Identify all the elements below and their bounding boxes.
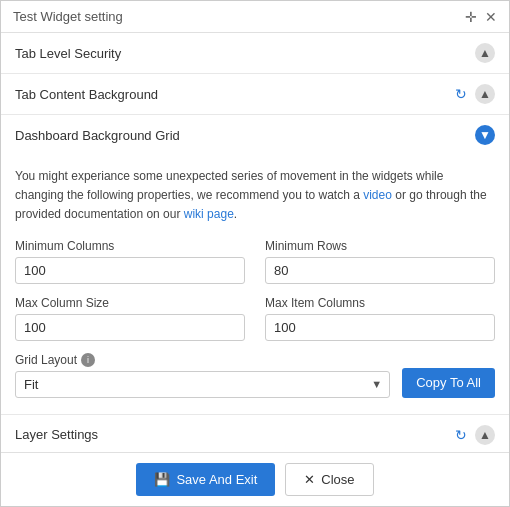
modal-body: Tab Level Security ▲ Tab Content Backgro… xyxy=(1,33,509,452)
layer-settings-chevron[interactable]: ▲ xyxy=(475,425,495,445)
wiki-link[interactable]: wiki page xyxy=(184,207,234,221)
save-and-exit-button[interactable]: 💾 Save And Exit xyxy=(136,463,275,496)
close-label: Close xyxy=(321,472,354,487)
grid-layout-select-wrapper: Fit Fixed Auto ▼ xyxy=(15,371,390,398)
min-columns-label: Minimum Columns xyxy=(15,239,245,253)
max-column-size-group: Max Column Size xyxy=(15,296,245,341)
layer-settings-title: Layer Settings xyxy=(15,427,98,442)
max-item-columns-group: Max Item Columns xyxy=(265,296,495,341)
close-icon[interactable]: ✕ xyxy=(485,10,497,24)
layer-refresh-icon[interactable]: ↻ xyxy=(455,427,467,443)
grid-layout-label: Grid Layout xyxy=(15,353,77,367)
modal: Test Widget setting ✛ ✕ Tab Level Securi… xyxy=(0,0,510,507)
section-layer-settings: Layer Settings ↻ ▲ xyxy=(1,415,509,452)
section-dashboard-background-grid: Dashboard Background Grid ▼ You might ex… xyxy=(1,115,509,415)
tab-level-security-header[interactable]: Tab Level Security ▲ xyxy=(1,33,509,73)
min-columns-group: Minimum Columns xyxy=(15,239,245,284)
refresh-icon[interactable]: ↻ xyxy=(455,86,467,102)
copy-to-all-button[interactable]: Copy To All xyxy=(402,368,495,398)
close-x-icon: ✕ xyxy=(304,472,315,487)
modal-footer: 💾 Save And Exit ✕ Close xyxy=(1,452,509,506)
tab-content-background-title: Tab Content Background xyxy=(15,87,158,102)
fields-grid: Minimum Columns Minimum Rows Max Column … xyxy=(15,239,495,341)
modal-title: Test Widget setting xyxy=(13,9,123,24)
grid-layout-select[interactable]: Fit Fixed Auto xyxy=(15,371,390,398)
tab-level-security-chevron[interactable]: ▲ xyxy=(475,43,495,63)
max-column-size-input[interactable] xyxy=(15,314,245,341)
min-rows-group: Minimum Rows xyxy=(265,239,495,284)
grid-label-row: Grid Layout i xyxy=(15,353,390,367)
info-icon[interactable]: i xyxy=(81,353,95,367)
max-column-size-label: Max Column Size xyxy=(15,296,245,310)
close-button[interactable]: ✕ Close xyxy=(285,463,373,496)
dashboard-background-grid-chevron[interactable]: ▼ xyxy=(475,125,495,145)
layer-settings-header[interactable]: Layer Settings ↻ ▲ xyxy=(1,415,509,452)
section-tab-level-security: Tab Level Security ▲ xyxy=(1,33,509,74)
max-item-columns-label: Max Item Columns xyxy=(265,296,495,310)
min-columns-input[interactable] xyxy=(15,257,245,284)
grid-layout-group: Grid Layout i Fit Fixed Auto ▼ xyxy=(15,353,390,398)
move-icon[interactable]: ✛ xyxy=(465,10,477,24)
min-rows-input[interactable] xyxy=(265,257,495,284)
save-icon: 💾 xyxy=(154,472,170,487)
modal-header: Test Widget setting ✛ ✕ xyxy=(1,1,509,33)
header-icons: ✛ ✕ xyxy=(465,10,497,24)
tab-level-security-title: Tab Level Security xyxy=(15,46,121,61)
video-link[interactable]: video xyxy=(363,188,392,202)
save-label: Save And Exit xyxy=(176,472,257,487)
layer-settings-icons: ↻ ▲ xyxy=(455,425,495,445)
tab-content-background-chevron[interactable]: ▲ xyxy=(475,84,495,104)
tab-content-background-icons: ↻ ▲ xyxy=(455,84,495,104)
tab-level-security-icons: ▲ xyxy=(475,43,495,63)
min-rows-label: Minimum Rows xyxy=(265,239,495,253)
dashboard-background-grid-content: You might experiance some unexpected ser… xyxy=(1,155,509,414)
dashboard-background-grid-title: Dashboard Background Grid xyxy=(15,128,180,143)
info-text: You might experiance some unexpected ser… xyxy=(15,167,495,225)
section-tab-content-background: Tab Content Background ↻ ▲ xyxy=(1,74,509,115)
bottom-row: Grid Layout i Fit Fixed Auto ▼ Cop xyxy=(15,353,495,398)
max-item-columns-input[interactable] xyxy=(265,314,495,341)
dashboard-background-grid-header[interactable]: Dashboard Background Grid ▼ xyxy=(1,115,509,155)
dashboard-background-grid-icons: ▼ xyxy=(475,125,495,145)
tab-content-background-header[interactable]: Tab Content Background ↻ ▲ xyxy=(1,74,509,114)
